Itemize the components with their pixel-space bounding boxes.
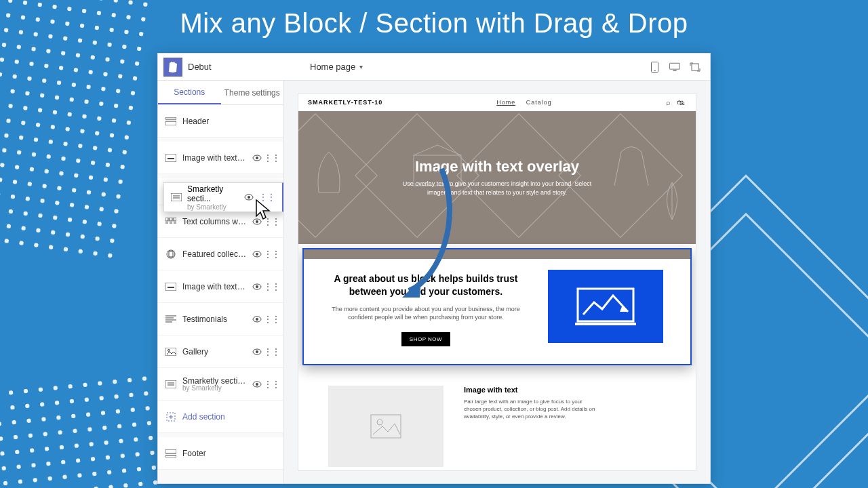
testimonials-icon bbox=[165, 313, 177, 325]
visibility-icon[interactable] bbox=[252, 347, 262, 357]
smarketly-icon bbox=[171, 193, 182, 201]
section-header[interactable]: Header bbox=[158, 105, 283, 138]
section-label: Header bbox=[182, 117, 277, 126]
cursor-icon bbox=[254, 199, 273, 222]
section-list: Header Image with text ov... ⋮⋮ Image wi… bbox=[158, 105, 283, 483]
gallery-icon bbox=[165, 346, 177, 358]
columns-icon bbox=[165, 216, 177, 228]
decorative-dots-bottom bbox=[0, 371, 163, 488]
svg-rect-1 bbox=[654, 70, 656, 71]
nav-home[interactable]: Home bbox=[496, 99, 515, 106]
header-icon bbox=[165, 115, 177, 127]
svg-rect-8 bbox=[167, 158, 174, 159]
cart-icon[interactable]: 🛍 bbox=[677, 98, 686, 106]
search-icon[interactable]: ⌕ bbox=[666, 98, 673, 106]
editor-window: Debut Home page ▾ Sections Theme setting… bbox=[157, 53, 711, 484]
plus-icon bbox=[165, 411, 177, 423]
drag-handle-icon[interactable]: ⋮⋮ bbox=[267, 153, 277, 163]
footer-icon bbox=[165, 447, 177, 460]
tab-sections[interactable]: Sections bbox=[158, 81, 221, 104]
fullwidth-view-icon[interactable] bbox=[690, 62, 701, 73]
svg-rect-5 bbox=[165, 117, 176, 119]
page-selector-label: Home page bbox=[310, 62, 355, 72]
svg-point-30 bbox=[256, 285, 258, 288]
site-tools: ⌕ 🛍 bbox=[666, 98, 686, 106]
svg-point-45 bbox=[256, 383, 258, 386]
drag-handle-icon[interactable]: ⋮⋮ bbox=[267, 249, 277, 259]
image-placeholder bbox=[328, 386, 443, 467]
imgtext-title: Image with text bbox=[464, 386, 599, 394]
drag-handle-icon[interactable]: ⋮⋮ bbox=[267, 314, 277, 324]
section-smarketly[interactable]: Smarketly sections by Smarketly ⋮⋮ bbox=[158, 368, 283, 401]
section-testimonials[interactable]: Testimonials ⋮⋮ bbox=[158, 303, 283, 336]
device-toggles bbox=[649, 62, 710, 73]
theme-name: Debut bbox=[188, 62, 290, 72]
svg-point-38 bbox=[168, 349, 170, 351]
site-brand: SMARKETLY-TEST-10 bbox=[308, 99, 382, 106]
svg-rect-51 bbox=[171, 193, 182, 201]
svg-point-61 bbox=[377, 420, 382, 425]
svg-point-40 bbox=[256, 350, 258, 353]
section-label: Image with text ov... bbox=[182, 282, 247, 291]
visibility-icon[interactable] bbox=[244, 194, 254, 201]
svg-point-55 bbox=[248, 196, 250, 199]
site-nav: Home Catalog bbox=[382, 99, 666, 106]
hero-section: Image with text overlay Use overlay text… bbox=[298, 111, 696, 244]
hero-decorations bbox=[298, 111, 696, 244]
svg-rect-59 bbox=[575, 323, 636, 325]
page-selector[interactable]: Home page ▾ bbox=[310, 62, 363, 72]
svg-rect-28 bbox=[167, 287, 174, 288]
visibility-icon[interactable] bbox=[252, 282, 262, 291]
collection-icon bbox=[165, 248, 177, 260]
visibility-icon[interactable] bbox=[252, 314, 262, 324]
svg-point-10 bbox=[256, 157, 258, 159]
slide-title: Mix any Block / Section with Drag & Drop bbox=[0, 8, 868, 39]
sections-sidebar: Sections Theme settings Header Image wit… bbox=[158, 81, 284, 483]
imgtext-subtitle: Pair large text with an image to give fo… bbox=[464, 398, 599, 421]
top-bar: Debut Home page ▾ bbox=[158, 54, 710, 81]
desktop-view-icon[interactable] bbox=[669, 62, 680, 73]
svg-point-26 bbox=[256, 253, 258, 256]
svg-rect-16 bbox=[170, 218, 172, 221]
about-block: A great about us block helps builds trus… bbox=[302, 248, 692, 365]
svg-rect-6 bbox=[165, 121, 176, 125]
svg-rect-41 bbox=[165, 380, 176, 388]
add-section-label: Add section bbox=[182, 412, 277, 422]
section-image-overlay-2[interactable]: Image with text ov... ⋮⋮ bbox=[158, 270, 283, 303]
section-gallery[interactable]: Gallery ⋮⋮ bbox=[158, 336, 283, 368]
shopify-icon bbox=[163, 58, 182, 77]
site-preview: SMARKETLY-TEST-10 Home Catalog ⌕ 🛍 bbox=[298, 93, 696, 471]
section-label: Image with text ov... bbox=[182, 153, 247, 163]
section-label: Text columns with i... bbox=[182, 217, 247, 226]
svg-rect-4 bbox=[692, 64, 698, 70]
about-image bbox=[548, 270, 663, 343]
image-with-text-section: Image with text Pair large text with an … bbox=[298, 369, 696, 471]
add-section-button[interactable]: Add section bbox=[158, 401, 283, 433]
section-label: Smarketly sections by Smarketly bbox=[182, 376, 247, 392]
visibility-icon[interactable] bbox=[252, 249, 262, 259]
section-footer[interactable]: Footer bbox=[158, 437, 283, 470]
svg-rect-50 bbox=[165, 455, 176, 458]
decorative-dots-top bbox=[0, 0, 154, 266]
site-header: SMARKETLY-TEST-10 Home Catalog ⌕ 🛍 bbox=[298, 94, 696, 111]
section-label: Testimonials bbox=[182, 314, 247, 324]
tab-theme-settings[interactable]: Theme settings bbox=[221, 81, 284, 104]
section-image-overlay[interactable]: Image with text ov... ⋮⋮ bbox=[158, 142, 283, 174]
drag-handle-icon[interactable]: ⋮⋮ bbox=[267, 282, 277, 291]
section-featured-collection[interactable]: Featured collection ⋮⋮ bbox=[158, 238, 283, 270]
image-overlay-icon bbox=[165, 152, 177, 164]
image-overlay-icon bbox=[165, 281, 177, 293]
visibility-icon[interactable] bbox=[252, 153, 262, 163]
nav-catalog[interactable]: Catalog bbox=[526, 99, 552, 106]
svg-rect-49 bbox=[165, 449, 176, 453]
shop-now-button[interactable]: SHOP NOW bbox=[401, 332, 450, 346]
svg-rect-3 bbox=[673, 70, 676, 70]
svg-rect-2 bbox=[669, 63, 679, 69]
section-label: Featured collection bbox=[182, 249, 247, 259]
dragging-label: Smarketly secti... by Smarketly bbox=[187, 184, 239, 211]
mobile-view-icon[interactable] bbox=[649, 62, 660, 73]
drag-handle-icon[interactable]: ⋮⋮ bbox=[267, 347, 277, 357]
svg-point-36 bbox=[256, 318, 258, 321]
visibility-icon[interactable] bbox=[252, 380, 262, 389]
drag-handle-icon[interactable]: ⋮⋮ bbox=[267, 380, 277, 389]
